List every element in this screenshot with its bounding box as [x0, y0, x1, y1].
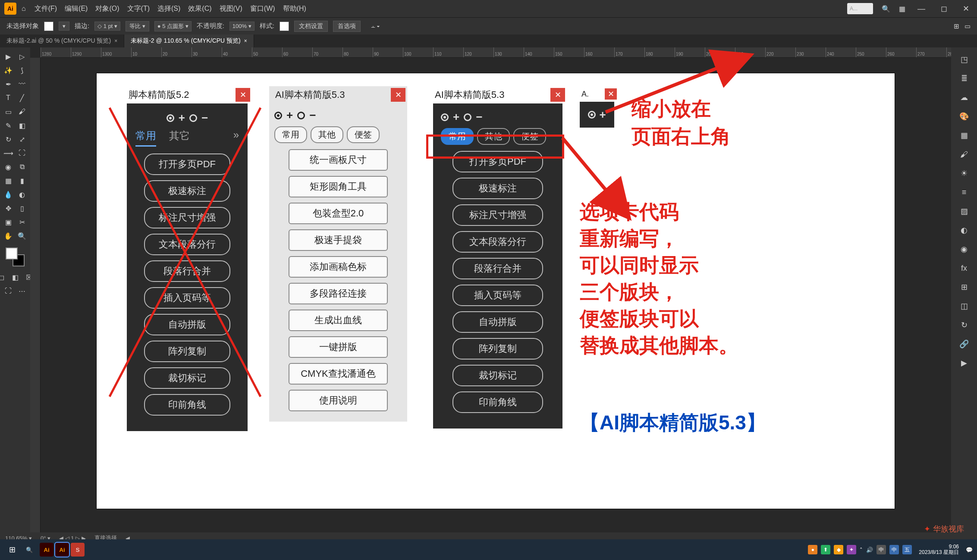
menu-select[interactable]: 选择(S) — [157, 4, 180, 13]
eyedropper-tool[interactable]: 💧 — [2, 188, 15, 201]
close-button[interactable]: ✕ — [605, 88, 617, 100]
title-search-box[interactable]: A... — [847, 3, 873, 14]
panel-toggle-icon-2[interactable]: ▭ — [964, 22, 971, 30]
plus-icon[interactable]: + — [179, 111, 185, 125]
radio-icon[interactable] — [588, 111, 596, 119]
selection-tool[interactable]: ▶ — [2, 50, 15, 63]
transform-panel-icon[interactable]: ↻ — [956, 317, 972, 333]
magic-wand-tool[interactable]: ✨ — [2, 64, 15, 77]
script-button[interactable]: 极速手提袋 — [289, 229, 388, 251]
script-button[interactable]: 段落行合并 — [452, 258, 543, 279]
eraser-tool[interactable]: ◧ — [16, 119, 28, 132]
close-window-button[interactable]: ✕ — [959, 4, 973, 13]
blend-tool[interactable]: ◐ — [16, 188, 28, 201]
script-button[interactable]: 段落行合并 — [144, 260, 230, 282]
tab-notes[interactable]: 便签 — [347, 126, 380, 143]
tab-common[interactable]: 常用 — [274, 126, 307, 143]
tab-notes[interactable]: 便签 — [513, 128, 546, 145]
document-tab-1[interactable]: 未标题-2.ai @ 50 % (CMYK/CPU 预览)× — [0, 34, 124, 47]
curvature-tool[interactable]: 〰 — [16, 78, 28, 91]
tab-other[interactable]: 其他 — [477, 128, 510, 145]
artboard-tool[interactable]: ▣ — [2, 216, 15, 228]
close-icon[interactable]: × — [114, 38, 117, 44]
menu-view[interactable]: 视图(V) — [220, 4, 242, 13]
tab-common[interactable]: 常用 — [135, 129, 156, 147]
script-button[interactable]: 阵列复制 — [452, 338, 543, 360]
script-button[interactable]: 阵列复制 — [144, 341, 230, 362]
script-button[interactable]: 使用说明 — [289, 390, 388, 411]
tab-common[interactable]: 常用 — [441, 128, 474, 145]
radio-icon[interactable] — [274, 112, 282, 119]
script-button[interactable]: 插入页码等 — [452, 285, 543, 306]
script-button[interactable]: 文本段落分行 — [452, 231, 543, 253]
plus-icon[interactable]: + — [286, 109, 293, 122]
pathfinder-panel-icon[interactable]: ◫ — [956, 298, 972, 314]
script-button[interactable]: 裁切标记 — [144, 367, 230, 389]
script-button[interactable]: 插入页码等 — [144, 287, 230, 309]
perspective-tool[interactable]: ⧉ — [16, 160, 28, 173]
menu-edit[interactable]: 编辑(E) — [65, 4, 88, 13]
menu-window[interactable]: 窗口(W) — [250, 4, 275, 13]
minus-icon[interactable]: − — [201, 111, 208, 125]
opacity-field[interactable]: 100% ▾ — [229, 22, 254, 31]
width-tool[interactable]: ⟿ — [2, 147, 15, 160]
script-button[interactable]: 自动拼版 — [144, 314, 230, 335]
menu-effect[interactable]: 效果(C) — [188, 4, 211, 13]
fill-stroke-colors[interactable] — [6, 247, 25, 266]
stroke-weight-field[interactable]: ◇ 1 pt ▾ — [94, 22, 120, 31]
rotate-tool[interactable]: ↻ — [2, 133, 15, 146]
preferences-button[interactable]: 首选项 — [333, 21, 361, 32]
system-clock[interactable]: 9:06 2023/8/13 星期日 — [919, 544, 959, 555]
tab-other[interactable]: 其他 — [311, 126, 343, 143]
graph-tool[interactable]: ▯ — [16, 202, 28, 215]
tab-other[interactable]: 其它 — [169, 129, 190, 147]
close-button[interactable]: ✕ — [391, 88, 405, 102]
actions-panel-icon[interactable]: ▶ — [956, 355, 972, 371]
script-button[interactable]: 统一画板尺寸 — [289, 149, 388, 171]
menu-type[interactable]: 文字(T) — [127, 4, 150, 13]
color-panel-icon[interactable]: 🎨 — [956, 109, 972, 124]
lasso-tool[interactable]: ⟆ — [16, 64, 28, 77]
libraries-panel-icon[interactable]: ☁ — [956, 90, 972, 105]
color-mode[interactable]: ◻ — [0, 271, 8, 284]
document-tab-2[interactable]: 未标题-2 @ 110.65 % (CMYK/CPU 预览)× — [124, 34, 254, 47]
tray-icon[interactable]: ● — [808, 545, 817, 554]
tray-icon[interactable]: ✦ — [847, 545, 856, 554]
close-button[interactable]: ✕ — [550, 88, 565, 102]
close-icon[interactable]: × — [244, 38, 247, 44]
search-icon[interactable]: 🔍 — [882, 5, 890, 13]
ime-badge-2[interactable]: 中 — [889, 545, 899, 554]
script-button[interactable]: 自动拼版 — [452, 311, 543, 333]
radio-icon[interactable] — [297, 112, 305, 119]
volume-icon[interactable]: 🔊 — [866, 547, 873, 553]
minus-icon[interactable]: − — [309, 109, 316, 122]
edit-toolbar[interactable]: ⋯ — [16, 285, 28, 297]
script-button[interactable]: 裁切标记 — [452, 365, 543, 386]
notifications-icon[interactable]: 💬 — [966, 547, 973, 553]
links-panel-icon[interactable]: 🔗 — [956, 336, 972, 352]
gradient-mode[interactable]: ◧ — [9, 271, 22, 284]
gradient-tool[interactable]: ▮ — [16, 174, 28, 187]
shape-builder-tool[interactable]: ◉ — [2, 160, 15, 173]
layers-panel-icon[interactable]: ≣ — [956, 71, 972, 86]
gradient-panel-icon[interactable]: ▨ — [956, 203, 972, 219]
taskbar-ai-icon-1[interactable]: Ai — [40, 543, 53, 557]
align-icon[interactable]: ⫠▾ — [370, 22, 380, 30]
tray-icon[interactable]: ◆ — [834, 545, 843, 554]
tray-icon[interactable]: ⬆ — [821, 545, 830, 554]
style-swatch[interactable] — [280, 22, 289, 31]
symbols-panel-icon[interactable]: ☀ — [956, 166, 972, 181]
menu-help[interactable]: 帮助(H) — [283, 4, 306, 13]
maximize-button[interactable]: ◻ — [937, 4, 951, 13]
script-button[interactable]: 生成出血线 — [289, 310, 388, 331]
zoom-tool[interactable]: 🔍 — [16, 229, 28, 242]
symbol-sprayer-tool[interactable]: ✥ — [2, 202, 15, 215]
menu-object[interactable]: 对象(O) — [95, 4, 119, 13]
paintbrush-tool[interactable]: 🖌 — [16, 105, 28, 118]
script-button[interactable]: 印前角线 — [144, 394, 230, 416]
appearance-panel-icon[interactable]: ◉ — [956, 241, 972, 257]
start-button[interactable]: ⊞ — [4, 542, 20, 557]
screen-mode[interactable]: ⛶ — [2, 285, 15, 297]
script-button[interactable]: 印前角线 — [452, 391, 543, 413]
stroke-panel-icon[interactable]: ≡ — [956, 185, 972, 200]
